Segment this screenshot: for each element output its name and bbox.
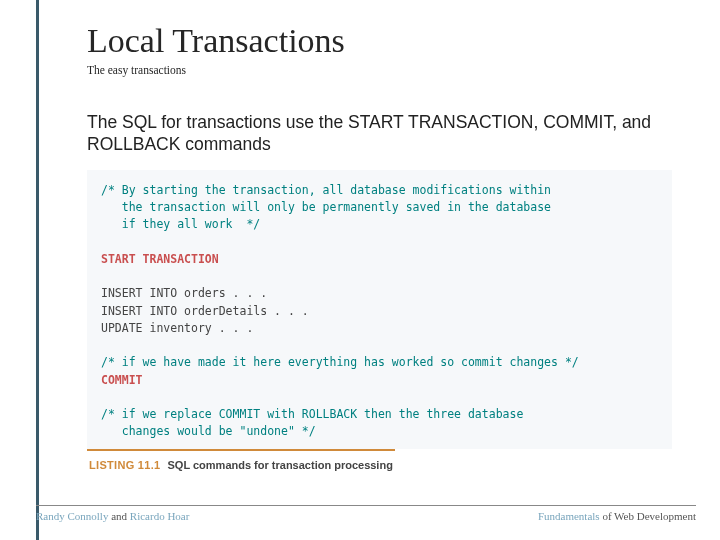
- listing-text: SQL commands for transaction processing: [168, 459, 393, 471]
- author-2: Ricardo Hoar: [130, 510, 190, 522]
- book-title-part: of Web Development: [600, 510, 696, 522]
- code-line: UPDATE inventory . . .: [101, 321, 253, 335]
- footer-text: and: [108, 510, 129, 522]
- slide-footer: Randy Connolly and Ricardo Hoar Fundamen…: [36, 505, 696, 522]
- footer-right: Fundamentals of Web Development: [538, 510, 696, 522]
- code-comment: /* if we replace COMMIT with ROLLBACK th…: [101, 407, 523, 421]
- author-1: Randy Connolly: [36, 510, 108, 522]
- code-comment: changes would be "undone" */: [101, 424, 316, 438]
- slide-content: Local Transactions The easy transactions…: [36, 0, 720, 540]
- body-paragraph: The SQL for transactions use the START T…: [87, 112, 672, 156]
- code-listing: /* By starting the transaction, all data…: [87, 170, 672, 449]
- code-comment: /* if we have made it here everything ha…: [101, 355, 579, 369]
- code-keyword: START TRANSACTION: [101, 252, 219, 266]
- code-line: INSERT INTO orders . . .: [101, 286, 267, 300]
- book-title-part: Fundamentals: [538, 510, 600, 522]
- code-comment: /* By starting the transaction, all data…: [101, 183, 551, 197]
- code-comment: the transaction will only be permanently…: [101, 200, 551, 214]
- code-comment: if they all work */: [101, 217, 260, 231]
- code-line: INSERT INTO orderDetails . . .: [101, 304, 309, 318]
- listing-caption: LISTING 11.1 SQL commands for transactio…: [87, 449, 395, 471]
- listing-label: LISTING 11.1: [89, 459, 160, 471]
- code-keyword: COMMIT: [101, 373, 143, 387]
- page-title: Local Transactions: [87, 22, 672, 60]
- page-subtitle: The easy transactions: [87, 64, 672, 76]
- footer-left: Randy Connolly and Ricardo Hoar: [36, 510, 189, 522]
